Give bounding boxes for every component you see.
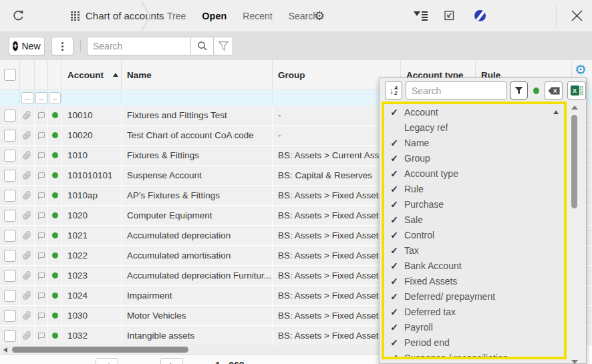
filter-status-dot xyxy=(533,87,540,94)
column-chooser-item[interactable]: ✓ Rule xyxy=(384,181,564,196)
column-chooser-item[interactable]: ✓ Deferred tax xyxy=(384,304,564,319)
comment-icon xyxy=(37,332,45,340)
row-checkbox[interactable] xyxy=(4,110,16,122)
account-cell: 1032 xyxy=(62,326,122,345)
search-button[interactable] xyxy=(190,37,214,55)
column-chooser-item[interactable]: ✓ Account type xyxy=(384,166,564,181)
column-chooser-item[interactable]: ✓ Sale xyxy=(384,212,564,227)
previous-page-button[interactable] xyxy=(96,358,118,364)
search-icon xyxy=(197,41,208,51)
attachment-icon xyxy=(23,231,31,240)
column-chooser-item[interactable]: ✓ Bank Account xyxy=(384,258,564,273)
refresh-icon[interactable] xyxy=(12,0,25,31)
row-checkbox[interactable] xyxy=(4,190,16,202)
sort-az-button[interactable]: ↓ AZ xyxy=(385,81,402,100)
funnel-filled-icon xyxy=(514,86,523,95)
column-chooser-item[interactable]: ✓ Purchase xyxy=(384,196,564,212)
status-dot xyxy=(52,192,58,198)
search-input[interactable] xyxy=(87,37,190,55)
check-icon: ✓ xyxy=(384,260,404,271)
dock-window-icon[interactable] xyxy=(444,0,454,31)
row-checkbox[interactable] xyxy=(4,150,16,162)
column-chooser-item-label: Purchase xyxy=(404,199,444,210)
chooser-scrollbar-thumb[interactable] xyxy=(571,115,577,208)
row-checkbox[interactable] xyxy=(4,310,16,322)
name-cell: Test Chart of account CoA code xyxy=(122,126,273,145)
grid-settings-gear-icon[interactable]: ⚙ xyxy=(575,61,587,77)
export-excel-button[interactable]: X xyxy=(567,81,586,100)
column-chooser-item[interactable]: ✓ Payroll xyxy=(384,319,564,335)
column-chooser-item[interactable]: ✓ Legacy ref xyxy=(384,120,564,135)
more-actions-button[interactable] xyxy=(51,37,73,55)
pagination-bar: 1 - 268 xyxy=(0,354,379,364)
row-checkbox[interactable] xyxy=(4,330,16,342)
check-icon: ✓ xyxy=(384,276,404,287)
row-checkbox[interactable] xyxy=(4,130,16,142)
row-checkbox[interactable] xyxy=(4,210,16,222)
attachment-icon xyxy=(23,251,31,260)
column-chooser-item[interactable]: ✓ Fixed Assets xyxy=(384,273,564,289)
name-filter-cell[interactable] xyxy=(122,90,273,106)
column-header-name[interactable]: Name xyxy=(122,60,273,89)
account-cell: 1021 xyxy=(62,226,122,245)
plus-circle-icon: + xyxy=(13,41,17,51)
scroll-left-arrow[interactable] xyxy=(3,347,7,353)
close-icon[interactable] xyxy=(568,0,586,31)
column-chooser-item[interactable]: ✓ Tax xyxy=(384,242,564,258)
name-cell: Suspense Account xyxy=(122,166,273,185)
comment-icon xyxy=(37,292,45,300)
status-column-header[interactable] xyxy=(48,60,62,89)
attachment-column-header[interactable] xyxy=(20,60,35,89)
tab-open[interactable]: Open xyxy=(194,11,235,21)
column-chooser-item[interactable]: ✓ Group xyxy=(384,150,564,166)
comment-filter-box[interactable]: – xyxy=(35,92,47,104)
status-filter-box[interactable]: – xyxy=(49,92,61,104)
comment-icon xyxy=(37,132,45,140)
tab-recent[interactable]: Recent xyxy=(235,11,280,21)
name-cell: Accumulated depreciation Furnitur... xyxy=(122,266,273,285)
status-dot xyxy=(52,232,58,238)
page-title-text: Chart of accounts xyxy=(86,10,164,21)
filter-sort-icon[interactable] xyxy=(414,0,428,31)
column-chooser-item-label: Account type xyxy=(404,168,458,179)
topbar-divider xyxy=(556,4,557,27)
column-chooser-search-input[interactable] xyxy=(406,81,507,100)
scroll-down-arrow[interactable] xyxy=(571,360,578,364)
account-filter-cell[interactable] xyxy=(62,90,122,106)
column-chooser-item-label: Payroll xyxy=(404,322,433,333)
row-checkbox[interactable] xyxy=(4,230,16,242)
attachment-icon xyxy=(23,291,31,300)
column-chooser-item[interactable]: ✓ Period end xyxy=(384,335,564,350)
settings-gear-icon[interactable]: ⚙ xyxy=(314,0,325,31)
filter-button[interactable] xyxy=(213,37,233,55)
sort-ascending-icon xyxy=(113,73,118,77)
toolbar: + New xyxy=(0,31,592,60)
column-chooser-item[interactable]: ✓ Control xyxy=(384,227,564,242)
select-all-checkbox[interactable] xyxy=(4,69,16,81)
row-checkbox[interactable] xyxy=(4,170,16,182)
column-chooser-item[interactable]: ✓ Name xyxy=(384,135,564,150)
column-filter-button[interactable] xyxy=(510,81,528,100)
tab-tree[interactable]: Tree xyxy=(159,11,194,21)
column-chooser-item[interactable]: ✓ Suspense / reconciliation xyxy=(384,350,564,359)
comment-column-header[interactable] xyxy=(35,60,48,89)
attachment-icon xyxy=(23,211,31,220)
row-checkbox[interactable] xyxy=(4,250,16,262)
clear-filter-button[interactable] xyxy=(545,81,563,100)
check-icon: ✓ xyxy=(384,138,404,148)
scroll-up-arrow[interactable] xyxy=(571,106,578,110)
attachment-filter-box[interactable]: – xyxy=(21,92,33,104)
column-chooser-item-label: Period end xyxy=(404,337,450,348)
excel-icon: X xyxy=(571,85,583,96)
new-button[interactable]: + New xyxy=(9,37,45,55)
next-page-button[interactable] xyxy=(160,358,183,364)
check-icon: ✓ xyxy=(384,245,404,256)
column-chooser-item[interactable]: ✓ Account xyxy=(384,104,564,120)
column-chooser-item-label: Name xyxy=(404,138,429,148)
column-header-account[interactable]: Account xyxy=(62,60,122,89)
check-icon: ✓ xyxy=(384,168,404,179)
row-checkbox[interactable] xyxy=(4,270,16,282)
row-checkbox[interactable] xyxy=(4,290,16,302)
horizontal-scrollbar-thumb[interactable] xyxy=(12,347,188,353)
column-chooser-item[interactable]: ✓ Deferred/ prepayment xyxy=(384,289,564,304)
